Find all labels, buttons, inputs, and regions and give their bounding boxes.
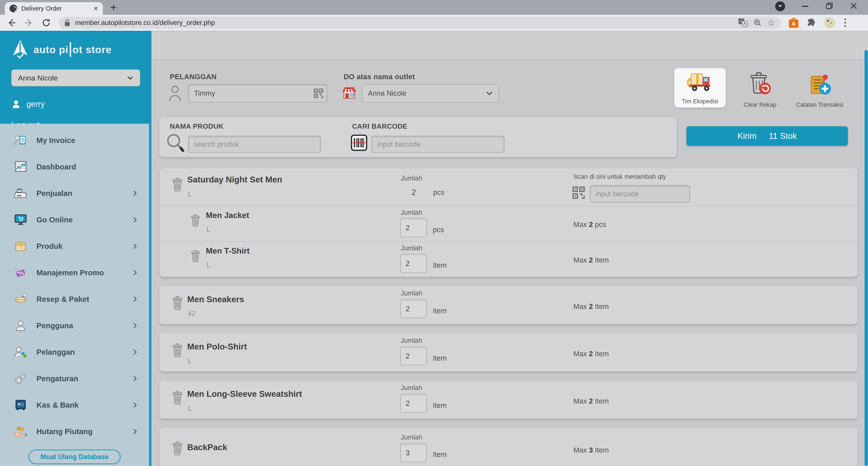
online-store-monitor-icon <box>13 213 28 226</box>
jumlah-label: Jumlah <box>401 244 423 252</box>
search-icon <box>166 133 185 154</box>
chevron-right-icon <box>133 349 137 355</box>
sidebar-item-dashboard[interactable]: Dashboard <box>0 154 149 180</box>
store-extension-icon[interactable]: A <box>788 18 799 28</box>
clear-rekap-button[interactable]: Clear Rekap <box>737 71 783 108</box>
search-produk-wrap <box>188 136 321 153</box>
minimize-button[interactable] <box>801 2 809 11</box>
qty-input[interactable] <box>400 443 427 462</box>
customer-outline-icon <box>168 84 182 104</box>
bookmark-star-icon[interactable]: ☆ <box>767 18 775 27</box>
cari-barcode-input[interactable] <box>372 136 504 153</box>
browser-update-icon[interactable] <box>775 1 785 11</box>
qty-unit: Item <box>433 451 447 459</box>
sidebar-outlet-select[interactable]: Anna Nicole <box>11 69 140 86</box>
translate-icon[interactable]: G <box>738 18 748 28</box>
sidebar-item-label: Dashboard <box>36 162 76 171</box>
kirim-button[interactable]: Kirim 11 Stok <box>686 126 848 146</box>
trash-icon[interactable] <box>190 249 201 263</box>
sidebar-item-kas-bank[interactable]: Kas & Bank <box>0 392 149 418</box>
kirim-stock-count: 11 Stok <box>769 131 797 141</box>
sidebar-item-my-invoice[interactable]: My Invoice <box>0 127 149 154</box>
chevron-right-icon <box>133 190 137 196</box>
do-outlet-select[interactable]: Anna Nicole <box>362 84 499 102</box>
sidebar-item-go-online[interactable]: Go Online <box>0 207 149 233</box>
sidebar-item-resep-paket[interactable]: Resep & Paket <box>0 286 149 312</box>
address-bar[interactable]: member.autopilotstore.co.id/delivery_ord… <box>59 17 781 29</box>
jumlah-label: Jumlah <box>401 384 423 392</box>
profile-avatar[interactable] <box>824 17 835 28</box>
reload-database-button[interactable]: Muat Ulang Database <box>28 449 121 464</box>
qr-scan-icon <box>571 185 586 201</box>
brand-name: auto piot store <box>33 42 112 57</box>
sidebar-item-pengaturan[interactable]: Pengaturan <box>0 365 149 392</box>
max-qty-text: Max 2 Item <box>574 303 609 311</box>
trash-icon[interactable] <box>190 214 201 227</box>
back-button[interactable] <box>6 18 17 28</box>
jumlah-label: Jumlah <box>401 433 423 441</box>
sidebar-item-label: Penjualan <box>36 189 72 198</box>
catatan-transaksi-label: Catatan Transaksi <box>796 101 843 108</box>
page-scrollbar-thumb[interactable] <box>865 50 868 466</box>
main-content: PELANGGAN DO atas nama outlet Anna Nicol… <box>151 31 868 466</box>
qty-input[interactable] <box>400 300 427 318</box>
do-outlet-value: Anna Nicole <box>368 89 407 97</box>
qty-input[interactable] <box>400 347 427 365</box>
forward-button[interactable] <box>24 18 34 28</box>
product-name: Men Jacket <box>206 211 249 220</box>
qty-input[interactable] <box>400 394 427 413</box>
sidebar-user: gerry <box>11 99 140 109</box>
tab-close-icon[interactable]: × <box>93 5 98 12</box>
tim-ekspedisi-button[interactable]: Tim Ekspedisi <box>674 68 726 107</box>
sidebar-item-penjualan[interactable]: Penjualan <box>0 180 149 207</box>
trash-icon[interactable] <box>172 343 183 358</box>
product-variant: L <box>188 404 192 412</box>
sidebar-item-pengguna[interactable]: Pengguna <box>0 312 149 339</box>
product-name: Men Long-Sleeve Sweatshirt <box>187 389 302 399</box>
browser-window: Delivery Order × + <box>0 0 868 466</box>
sidebar-item-hutang-piutang[interactable]: Hutang Piutang <box>0 418 149 445</box>
url-text: member.autopilotstore.co.id/delivery_ord… <box>75 19 215 27</box>
product-name: Saturday Night Set Men <box>187 175 282 184</box>
sidebar-item-label: Pengaturan <box>36 374 78 383</box>
trash-icon[interactable] <box>172 441 183 456</box>
reload-button[interactable] <box>41 18 51 28</box>
trash-icon[interactable] <box>172 390 183 405</box>
qty-unit: Item <box>433 307 447 315</box>
browser-menu-icon[interactable] <box>843 19 848 27</box>
group-qty-value: 2 <box>407 188 420 197</box>
extensions-puzzle-icon[interactable] <box>806 18 816 28</box>
paper-plane-logo-icon <box>11 39 29 60</box>
jumlah-label: Jumlah <box>401 175 423 182</box>
close-window-button[interactable] <box>849 2 858 11</box>
chevron-down-icon <box>127 76 133 80</box>
browser-tab[interactable]: Delivery Order × <box>5 2 103 15</box>
restore-button[interactable] <box>825 2 834 11</box>
pelanggan-input[interactable] <box>188 84 327 102</box>
sidebar-outlet-value: Anna Nicole <box>18 74 58 82</box>
product-panel: Men Sneakers 42 Jumlah Item Max 2 Item <box>159 286 857 324</box>
sidebar-item-pelanggan[interactable]: Pelanggan <box>0 339 149 365</box>
group-scan-barcode-input[interactable] <box>590 185 690 203</box>
trash-icon[interactable] <box>172 296 183 311</box>
group-qty-unit: pcs <box>433 188 444 196</box>
trash-icon[interactable] <box>172 177 183 192</box>
qty-input[interactable] <box>400 254 427 273</box>
catatan-transaksi-button[interactable]: Catatan Transaksi <box>793 71 847 108</box>
new-tab-button[interactable]: + <box>110 3 117 12</box>
product-list: Saturday Night Set Men L Jumlah 2 pcs Sc… <box>159 168 857 466</box>
tab-favicon-icon <box>9 5 18 12</box>
delivery-truck-icon <box>686 71 714 93</box>
sidebar-item-produk[interactable]: Produk <box>0 233 149 259</box>
search-produk-input[interactable] <box>188 136 321 153</box>
qr-scan-icon[interactable] <box>313 88 324 99</box>
qty-unit: Item <box>433 354 447 362</box>
brand: auto piot store <box>11 39 140 60</box>
product-panel: Men Long-Sleeve Sweatshirt L Jumlah Item… <box>159 380 857 419</box>
product-box-icon <box>13 240 28 253</box>
chevron-right-icon <box>133 270 137 276</box>
chevron-right-icon <box>133 402 137 408</box>
zoom-icon[interactable] <box>753 18 762 28</box>
sidebar-item-manajemen-promo[interactable]: Manajemen Promo <box>0 259 149 286</box>
qty-input[interactable] <box>400 218 427 237</box>
